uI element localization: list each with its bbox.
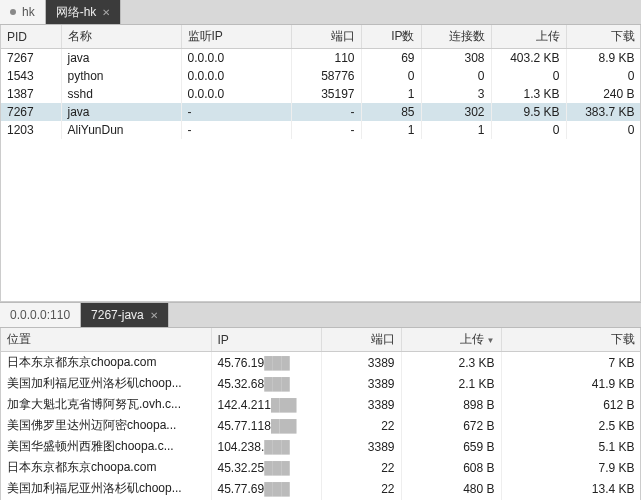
cell: 3389 xyxy=(321,352,401,374)
cell: 308 xyxy=(421,49,491,68)
top-tabbar: hk网络-hk✕ xyxy=(0,0,641,25)
cell: 45.76.19███ xyxy=(211,352,321,374)
tab-status-dot xyxy=(10,9,16,15)
connection-table: 位置IP端口上传▼下载 日本东京都东京choopa.com45.76.19███… xyxy=(1,328,641,500)
cell: 35197 xyxy=(291,85,361,103)
close-icon[interactable]: ✕ xyxy=(150,310,158,321)
ip-prefix: 45.32.68 xyxy=(218,377,265,391)
ip-redacted: ███ xyxy=(264,440,290,454)
process-table-header-row: PID名称监听IP端口IP数连接数上传下载 xyxy=(1,25,641,49)
cell: 45.77.118███ xyxy=(211,415,321,436)
table-row[interactable]: 1543python0.0.0.0587760000 xyxy=(1,67,641,85)
process-col-4[interactable]: IP数 xyxy=(361,25,421,49)
table-row[interactable]: 美国加利福尼亚州洛杉矶choop...45.32.68███33892.1 KB… xyxy=(1,373,641,394)
process-panel: PID名称监听IP端口IP数连接数上传下载 7267java0.0.0.0110… xyxy=(0,25,641,302)
cell: - xyxy=(181,121,291,139)
cell: 608 B xyxy=(401,457,501,478)
table-row[interactable]: 美国华盛顿州西雅图choopa.c...104.238.███3389659 B… xyxy=(1,436,641,457)
table-row[interactable]: 美国佛罗里达州迈阿密choopa...45.77.118███22672 B2.… xyxy=(1,415,641,436)
cell: 3389 xyxy=(321,394,401,415)
ip-prefix: 45.77.118 xyxy=(218,419,271,433)
cell: 22 xyxy=(321,478,401,499)
ip-prefix: 104.238. xyxy=(218,440,265,454)
process-col-0[interactable]: PID xyxy=(1,25,61,49)
cell: 22 xyxy=(321,457,401,478)
ip-redacted: ███ xyxy=(271,419,297,433)
connection-col-1[interactable]: IP xyxy=(211,328,321,352)
bottom-tab-0[interactable]: 0.0.0.0:110 xyxy=(0,303,81,327)
cell: 0.0.0.0 xyxy=(181,49,291,68)
top-tab-1[interactable]: 网络-hk✕ xyxy=(46,0,122,24)
cell: java xyxy=(61,49,181,68)
cell: 612 B xyxy=(501,394,641,415)
process-col-5[interactable]: 连接数 xyxy=(421,25,491,49)
ip-redacted: ███ xyxy=(264,461,290,475)
cell: 58776 xyxy=(291,67,361,85)
process-col-6[interactable]: 上传 xyxy=(491,25,566,49)
close-icon[interactable]: ✕ xyxy=(102,7,110,18)
cell: 0 xyxy=(566,121,641,139)
table-row[interactable]: 1203AliYunDun--1100 xyxy=(1,121,641,139)
ip-prefix: 45.32.25 xyxy=(218,461,265,475)
table-row[interactable]: 加拿大魁北克省博阿努瓦.ovh.c...142.4.211███3389898 … xyxy=(1,394,641,415)
cell: 69 xyxy=(361,49,421,68)
cell: 22 xyxy=(321,415,401,436)
connection-col-0[interactable]: 位置 xyxy=(1,328,211,352)
process-col-2[interactable]: 监听IP xyxy=(181,25,291,49)
cell: 0 xyxy=(361,67,421,85)
cell: 302 xyxy=(421,103,491,121)
process-col-3[interactable]: 端口 xyxy=(291,25,361,49)
cell: 480 B xyxy=(401,478,501,499)
sort-indicator-icon: ▼ xyxy=(487,336,495,345)
process-col-7[interactable]: 下载 xyxy=(566,25,641,49)
cell: 13.4 KB xyxy=(501,478,641,499)
cell: AliYunDun xyxy=(61,121,181,139)
connection-col-2[interactable]: 端口 xyxy=(321,328,401,352)
cell: 41.9 KB xyxy=(501,373,641,394)
cell: 45.32.25███ xyxy=(211,457,321,478)
cell: 2.5 KB xyxy=(501,415,641,436)
ip-prefix: 45.76.19 xyxy=(218,356,265,370)
ip-prefix: 45.77.69 xyxy=(218,482,265,496)
cell: 1.3 KB xyxy=(491,85,566,103)
table-row[interactable]: 7267java--853029.5 KB383.7 KB xyxy=(1,103,641,121)
cell: 日本东京都东京choopa.com xyxy=(1,457,211,478)
cell: 日本东京都东京choopa.com xyxy=(1,352,211,374)
connection-panel: 位置IP端口上传▼下载 日本东京都东京choopa.com45.76.19███… xyxy=(0,328,641,500)
process-col-1[interactable]: 名称 xyxy=(61,25,181,49)
ip-redacted: ███ xyxy=(264,482,290,496)
cell: 3389 xyxy=(321,373,401,394)
cell: 0 xyxy=(421,67,491,85)
cell: - xyxy=(291,103,361,121)
cell: python xyxy=(61,67,181,85)
table-row[interactable]: 7267java0.0.0.011069308403.2 KB8.9 KB xyxy=(1,49,641,68)
table-row[interactable]: 美国加利福尼亚州洛杉矶choop...45.77.69███22480 B13.… xyxy=(1,478,641,499)
table-row[interactable]: 1387sshd0.0.0.035197131.3 KB240 B xyxy=(1,85,641,103)
connection-col-3[interactable]: 上传▼ xyxy=(401,328,501,352)
tab-label: 7267-java xyxy=(91,308,144,322)
cell: 5.1 KB xyxy=(501,436,641,457)
cell: 3 xyxy=(421,85,491,103)
cell: 85 xyxy=(361,103,421,121)
tab-label: hk xyxy=(22,5,35,19)
cell: 7 KB xyxy=(501,352,641,374)
cell: 45.77.69███ xyxy=(211,478,321,499)
cell: java xyxy=(61,103,181,121)
tab-label: 网络-hk xyxy=(56,4,97,21)
cell: 2.1 KB xyxy=(401,373,501,394)
connection-col-4[interactable]: 下载 xyxy=(501,328,641,352)
ip-redacted: ███ xyxy=(271,398,297,412)
cell: 1 xyxy=(361,121,421,139)
cell: 0.0.0.0 xyxy=(181,67,291,85)
table-row[interactable]: 日本东京都东京choopa.com45.76.19███33892.3 KB7 … xyxy=(1,352,641,374)
cell: 7267 xyxy=(1,103,61,121)
cell: 1 xyxy=(361,85,421,103)
connection-table-header-row: 位置IP端口上传▼下载 xyxy=(1,328,641,352)
top-tab-0[interactable]: hk xyxy=(0,0,46,24)
bottom-tabbar: 0.0.0.0:1107267-java✕ xyxy=(0,302,641,328)
ip-redacted: ███ xyxy=(264,356,290,370)
table-row[interactable]: 日本东京都东京choopa.com45.32.25███22608 B7.9 K… xyxy=(1,457,641,478)
bottom-tab-1[interactable]: 7267-java✕ xyxy=(81,303,169,327)
cell: 0 xyxy=(566,67,641,85)
cell: 110 xyxy=(291,49,361,68)
